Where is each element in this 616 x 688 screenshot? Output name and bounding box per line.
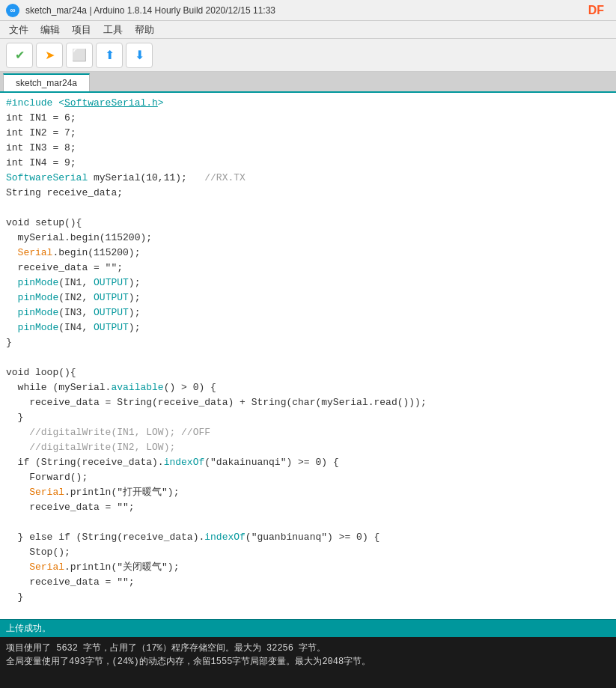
code-line: SoftwareSerial mySerial(10,11); //RX.TX	[0, 171, 616, 186]
toolbar: ✔ ➤ ⬜ ⬆ ⬇	[0, 39, 616, 72]
code-line: receive_data = String(receive_data) + St…	[0, 395, 616, 410]
status-bar: 上传成功。	[0, 619, 616, 637]
code-line: }	[0, 335, 616, 350]
code-line: while (mySerial.available() > 0) {	[0, 380, 616, 395]
code-line: //digitalWrite(IN2, LOW);	[0, 440, 616, 455]
tab-sketch[interactable]: sketch_mar24a	[3, 73, 90, 91]
code-line: int IN1 = 6;	[0, 111, 616, 126]
df-logo: DF	[588, 4, 604, 17]
menu-project[interactable]: 项目	[66, 23, 97, 37]
title-bar: ∞ sketch_mar24a | Arduino 1.8.14 Hourly …	[0, 0, 616, 21]
menu-help[interactable]: 帮助	[129, 23, 160, 37]
code-line: mySerial.begin(115200);	[0, 231, 616, 246]
code-line: pinMode(IN1, OUTPUT);	[0, 275, 616, 290]
code-line: Forward();	[0, 470, 616, 485]
console-line-1: 项目使用了 5632 字节，占用了（17%）程序存储空间。最大为 32256 字…	[6, 642, 610, 655]
code-line: receive_data = "";	[0, 575, 616, 590]
code-line: pinMode(IN4, OUTPUT);	[0, 320, 616, 335]
code-line	[0, 201, 616, 216]
code-line: String receive_data;	[0, 186, 616, 201]
status-message: 上传成功。	[6, 622, 51, 635]
code-line: #include <SoftwareSerial.h>	[0, 96, 616, 111]
code-line	[0, 515, 616, 530]
window-title: sketch_mar24a | Arduino 1.8.14 Hourly Bu…	[25, 5, 588, 16]
menu-tools[interactable]: 工具	[97, 23, 129, 37]
menu-edit[interactable]: 编辑	[34, 23, 66, 37]
verify-button[interactable]: ✔	[6, 43, 33, 68]
code-line: receive_data = "";	[0, 261, 616, 275]
code-line: pinMode(IN2, OUTPUT);	[0, 290, 616, 305]
code-line: Serial.println("关闭暖气");	[0, 560, 616, 575]
save-button[interactable]: ⬇	[126, 43, 153, 68]
code-line: Stop();	[0, 545, 616, 560]
menu-bar: 文件 编辑 项目 工具 帮助	[0, 21, 616, 39]
app-icon: ∞	[6, 4, 19, 17]
code-line: }	[0, 590, 616, 605]
code-line: }	[0, 410, 616, 425]
code-line: Serial.println("打开暖气");	[0, 485, 616, 500]
menu-file[interactable]: 文件	[3, 23, 34, 37]
code-line: //digitalWrite(IN1, LOW); //OFF	[0, 425, 616, 440]
code-line: receive_data = "";	[0, 500, 616, 515]
code-line: } else if (String(receive_data).indexOf(…	[0, 530, 616, 545]
new-button[interactable]: ⬜	[66, 43, 93, 68]
code-line: Serial.begin(115200);	[0, 246, 616, 261]
tab-bar: sketch_mar24a	[0, 72, 616, 93]
code-line: int IN3 = 8;	[0, 141, 616, 156]
code-editor[interactable]: #include <SoftwareSerial.h> int IN1 = 6;…	[0, 93, 616, 619]
code-line: void loop(){	[0, 365, 616, 380]
console-line-2: 全局变量使用了493字节，(24%)的动态内存，余留1555字节局部变量。最大为…	[6, 655, 610, 669]
code-line: int IN4 = 9;	[0, 156, 616, 171]
upload-button[interactable]: ➤	[36, 43, 63, 68]
console-area: 项目使用了 5632 字节，占用了（17%）程序存储空间。最大为 32256 字…	[0, 637, 616, 688]
code-line: void setup(){	[0, 216, 616, 231]
code-line	[0, 350, 616, 365]
code-line: if (String(receive_data).indexOf("dakain…	[0, 455, 616, 470]
code-line: int IN2 = 7;	[0, 126, 616, 141]
open-button[interactable]: ⬆	[96, 43, 123, 68]
code-line: pinMode(IN3, OUTPUT);	[0, 305, 616, 320]
